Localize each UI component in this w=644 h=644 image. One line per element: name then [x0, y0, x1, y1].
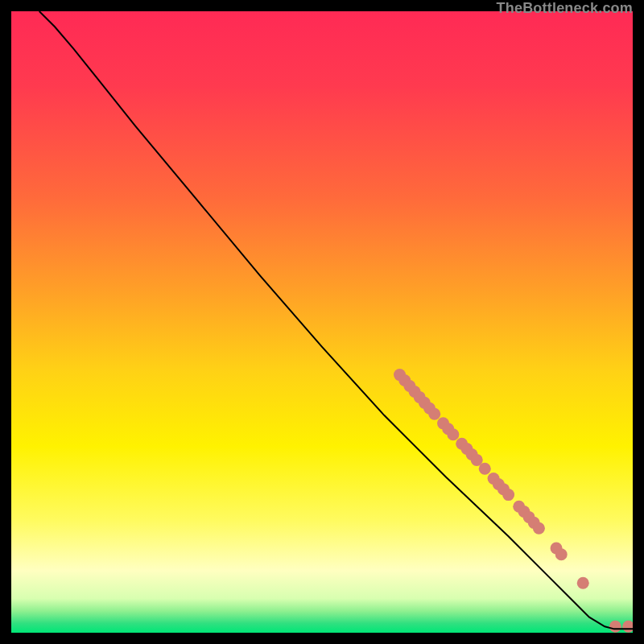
chart-frame: TheBottleneck.com [11, 11, 633, 633]
data-point-marker [622, 621, 633, 633]
data-point-marker [533, 522, 545, 535]
data-point-marker [577, 577, 589, 589]
bottleneck-curve-line [39, 11, 633, 629]
marker-group [394, 369, 633, 633]
data-point-marker [502, 489, 514, 501]
watermark-text: TheBottleneck.com [497, 0, 633, 17]
data-point-marker [428, 408, 440, 420]
data-point-marker [447, 428, 459, 440]
data-point-marker [609, 621, 621, 633]
data-point-marker [555, 548, 568, 560]
data-point-marker [479, 463, 491, 475]
chart-overlay-svg [11, 11, 633, 633]
